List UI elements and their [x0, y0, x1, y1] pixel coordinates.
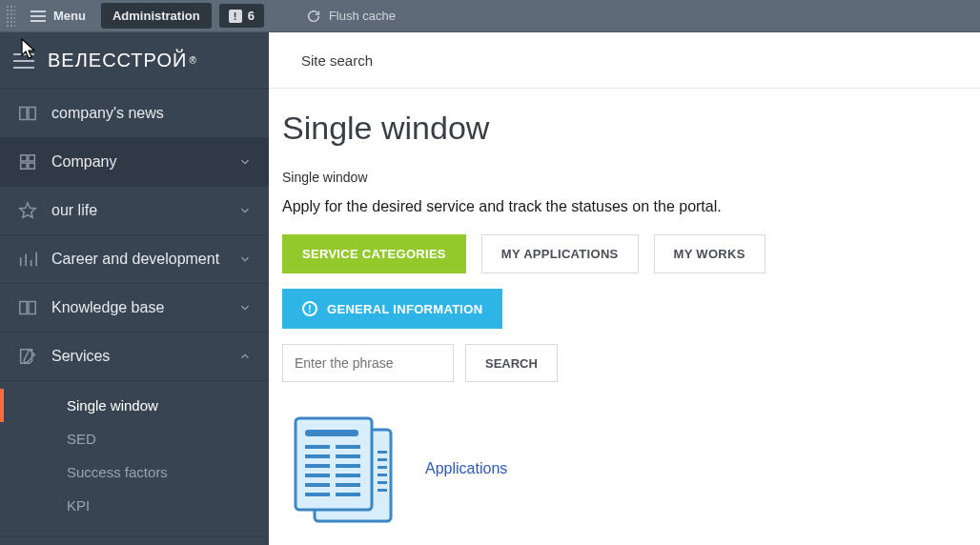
search-button[interactable]: SEARCH — [465, 344, 558, 382]
svg-rect-17 — [378, 466, 387, 469]
notifications-button[interactable]: ! 6 — [219, 4, 264, 28]
edit-icon — [17, 346, 38, 367]
svg-rect-16 — [378, 458, 387, 461]
subnav-sed[interactable]: SED — [0, 422, 269, 455]
book-icon — [17, 103, 38, 124]
sidebar-item-label: our life — [51, 201, 225, 220]
sidebar-item-career[interactable]: Career and development — [0, 235, 269, 284]
logo: ВЕЛЕССТРОЙ® — [48, 50, 197, 71]
sidebar-nav: company's news Company our life Career a… — [0, 90, 269, 545]
tab-my-works[interactable]: MY WORKS — [654, 234, 766, 273]
flush-cache-button[interactable]: Flush cache — [298, 5, 403, 28]
svg-rect-18 — [378, 474, 387, 476]
applications-icon — [282, 407, 406, 531]
tab-general-information-label: GENERAL INFORMATION — [327, 302, 482, 316]
info-icon: ! — [302, 301, 317, 316]
drag-handle[interactable] — [6, 5, 15, 28]
svg-rect-3 — [305, 445, 330, 449]
svg-rect-4 — [336, 445, 360, 449]
subnav-success-factors[interactable]: Success factors — [0, 455, 269, 489]
svg-rect-20 — [378, 489, 387, 492]
tabs: SERVICE CATEGORIES MY APPLICATIONS MY WO… — [282, 234, 963, 329]
svg-rect-2 — [305, 430, 358, 436]
svg-rect-13 — [305, 493, 330, 496]
svg-rect-15 — [378, 451, 387, 454]
svg-rect-19 — [378, 481, 387, 484]
site-search-label: Site search — [301, 52, 373, 69]
administration-button[interactable]: Administration — [101, 3, 212, 29]
breadcrumb: Single window — [282, 170, 963, 185]
sidebar-item-label: company's news — [51, 104, 252, 123]
chevron-down-icon — [238, 252, 252, 266]
flush-cache-label: Flush cache — [329, 9, 396, 23]
svg-rect-7 — [305, 464, 330, 468]
chevron-down-icon — [238, 301, 252, 314]
applications-block: Applications — [282, 407, 963, 531]
notification-count: 6 — [248, 9, 255, 23]
subnav-kpi[interactable]: KPI — [0, 489, 269, 522]
search-input[interactable] — [282, 344, 454, 382]
subnav-single-window[interactable]: Single window — [0, 389, 269, 422]
sidebar-item-company[interactable]: Company — [0, 138, 269, 187]
admin-menu-label: Menu — [53, 9, 86, 23]
site-search-row[interactable]: Site search — [269, 32, 980, 89]
sidebar-item-ourlife[interactable]: our life — [0, 187, 269, 235]
grid-icon — [17, 151, 38, 172]
sidebar-item-knowledge[interactable]: Knowledge base — [0, 284, 269, 333]
page-title: Single window — [282, 110, 963, 147]
svg-rect-11 — [305, 483, 330, 487]
svg-rect-9 — [305, 474, 330, 477]
admin-menu-button[interactable]: Menu — [23, 5, 93, 27]
main-area: Site search Single window Single window … — [269, 32, 980, 545]
star-icon — [17, 200, 38, 221]
sidebar-item-services[interactable]: Services — [0, 333, 269, 381]
applications-link[interactable]: Applications — [425, 460, 507, 477]
tab-service-categories[interactable]: SERVICE CATEGORIES — [282, 234, 466, 273]
sidebar-item-label: Knowledge base — [51, 298, 225, 317]
content: Single window Single window Apply for th… — [269, 89, 980, 545]
search-form: SEARCH — [282, 344, 963, 382]
svg-rect-10 — [336, 474, 360, 477]
hamburger-icon — [31, 10, 46, 22]
refresh-icon — [306, 9, 321, 24]
page-description: Apply for the desired service and track … — [282, 198, 963, 215]
chevron-down-icon — [238, 204, 252, 217]
chevron-up-icon — [238, 350, 252, 363]
logo-text: ВЕЛЕССТРОЙ — [48, 50, 187, 71]
notification-icon: ! — [229, 10, 242, 23]
services-submenu: Single window SED Success factors KPI — [0, 381, 269, 536]
svg-rect-14 — [336, 493, 360, 496]
sidebar-item-label: Services — [51, 347, 225, 366]
tab-general-information[interactable]: ! GENERAL INFORMATION — [282, 289, 502, 329]
svg-rect-12 — [336, 483, 360, 487]
tab-my-applications[interactable]: MY APPLICATIONS — [481, 234, 639, 273]
sidebar-item-label: Company — [51, 152, 225, 172]
sidebar-toggle-icon[interactable] — [13, 53, 34, 69]
svg-rect-6 — [336, 454, 360, 458]
svg-rect-8 — [336, 464, 360, 468]
chevron-down-icon — [238, 155, 252, 169]
sidebar-header: ВЕЛЕССТРОЙ® — [0, 32, 269, 90]
book2-icon — [17, 297, 38, 318]
svg-rect-5 — [305, 454, 330, 458]
sidebar: ВЕЛЕССТРОЙ® company's news Company our l… — [0, 32, 269, 545]
sidebar-item-companynews[interactable]: company's news — [0, 90, 269, 138]
admin-bar: Menu Administration ! 6 Flush cache — [0, 0, 980, 32]
chart-icon — [17, 249, 38, 270]
sidebar-item-label: Career and development — [51, 250, 225, 269]
